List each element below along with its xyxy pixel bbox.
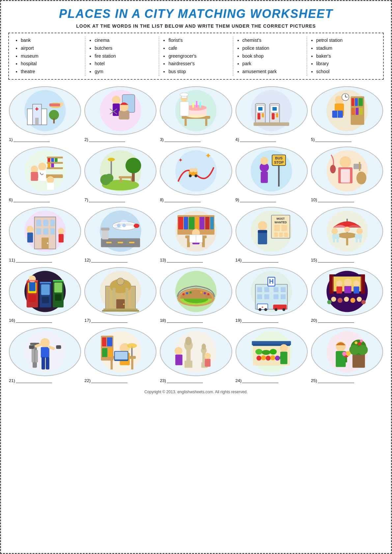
- svg-point-239: [344, 279, 352, 287]
- svg-point-298: [262, 350, 270, 355]
- svg-rect-191: [40, 282, 51, 283]
- svg-point-85: [105, 174, 113, 182]
- svg-rect-28: [180, 102, 189, 116]
- svg-rect-143: [200, 217, 205, 230]
- word-item: butchers: [95, 44, 155, 52]
- svg-rect-144: [205, 217, 210, 230]
- copyright-text: Copyright © 2013. englishwsheets.com. Al…: [8, 390, 384, 394]
- svg-point-279: [127, 343, 137, 348]
- picture-box-5: [311, 86, 383, 135]
- svg-rect-99: [278, 165, 280, 187]
- svg-rect-124: [59, 234, 64, 243]
- svg-rect-272: [102, 348, 107, 357]
- svg-point-303: [270, 355, 275, 360]
- pictures-grid: + 1): [8, 85, 384, 384]
- svg-rect-256: [35, 350, 38, 363]
- picture-label-25: 25): [311, 378, 354, 383]
- svg-rect-128: [106, 242, 112, 243]
- svg-rect-63: [47, 167, 63, 169]
- picture-box-2: [84, 86, 156, 135]
- svg-rect-226: [281, 294, 286, 299]
- svg-rect-132: [101, 228, 109, 231]
- svg-rect-115: [50, 220, 55, 226]
- svg-rect-270: [102, 338, 106, 346]
- svg-text:STOP: STOP: [274, 160, 284, 164]
- svg-rect-140: [184, 217, 188, 230]
- svg-rect-251: [360, 274, 365, 294]
- picture-box-18: [160, 267, 232, 316]
- picture-cell-9: BUS STOP 9): [235, 145, 308, 203]
- svg-point-177: [344, 227, 350, 232]
- svg-point-136: [134, 224, 139, 228]
- picture-label-4: 4): [236, 137, 276, 142]
- word-item: gym: [95, 68, 155, 76]
- svg-rect-198: [113, 288, 116, 307]
- svg-rect-117: [43, 228, 48, 235]
- picture-box-11: [9, 207, 81, 256]
- picture-box-19: H +: [236, 267, 308, 316]
- svg-rect-35: [258, 107, 263, 111]
- svg-rect-281: [184, 361, 192, 368]
- picture-label-20: 20): [311, 318, 354, 323]
- svg-rect-224: [265, 294, 269, 299]
- word-item: hotel: [95, 60, 155, 68]
- svg-rect-68: [51, 163, 54, 167]
- svg-point-299: [270, 349, 277, 354]
- word-item: bank: [21, 37, 81, 44]
- picture-label-7: 7): [84, 197, 125, 202]
- svg-point-5: [49, 110, 59, 120]
- picture-label-18: 18): [160, 318, 203, 323]
- picture-box-3: [160, 86, 232, 135]
- svg-rect-277: [115, 352, 128, 360]
- word-item: cafe: [168, 44, 229, 52]
- picture-cell-4: 4): [235, 85, 308, 143]
- svg-rect-72: [31, 172, 38, 181]
- svg-rect-161: [284, 233, 288, 237]
- word-item: school: [316, 68, 377, 76]
- svg-rect-131: [102, 230, 108, 239]
- picture-cell-25: 25): [310, 326, 384, 384]
- picture-cell-10: 10): [310, 145, 384, 203]
- word-col-4: chemist's police station book shop park …: [233, 37, 307, 76]
- svg-text:✦: ✦: [205, 151, 211, 160]
- svg-point-120: [47, 243, 48, 244]
- picture-box-21: [9, 327, 81, 376]
- svg-point-196: [117, 278, 124, 285]
- svg-point-71: [31, 166, 38, 173]
- svg-rect-46: [351, 98, 354, 106]
- picture-cell-2: 2): [84, 85, 157, 143]
- svg-rect-36: [258, 113, 261, 120]
- svg-rect-169: [332, 234, 339, 239]
- picture-box-22: [84, 327, 156, 376]
- svg-rect-102: [261, 172, 268, 183]
- svg-rect-50: [355, 108, 358, 115]
- picture-cell-22: 22): [84, 326, 157, 384]
- word-item: florist's: [168, 37, 229, 44]
- svg-rect-9: [49, 103, 60, 106]
- svg-rect-159: [274, 233, 278, 237]
- svg-point-300: [257, 356, 262, 361]
- word-col-3: florist's cafe greengrocer's hairdresser…: [159, 37, 233, 76]
- svg-rect-170: [333, 239, 335, 243]
- picture-box-24: [236, 327, 308, 376]
- svg-text:+: +: [262, 305, 264, 309]
- svg-rect-40: [272, 107, 277, 111]
- picture-cell-14: MOST WANTED 14): [235, 206, 308, 263]
- word-item: greengrocer's: [168, 52, 229, 60]
- subtitle: Look at the words in the list below and …: [8, 23, 384, 29]
- picture-label-21: 21): [9, 378, 52, 383]
- svg-rect-21: [205, 119, 207, 126]
- svg-point-291: [175, 347, 182, 355]
- svg-point-243: [331, 297, 336, 302]
- svg-point-246: [350, 298, 355, 303]
- svg-rect-106: [341, 169, 350, 183]
- svg-rect-116: [36, 228, 41, 235]
- svg-point-233: [283, 308, 286, 311]
- word-item: amusement park: [242, 68, 303, 76]
- svg-rect-6: [53, 119, 54, 124]
- svg-rect-25: [192, 103, 194, 108]
- picture-box-7: [84, 147, 156, 195]
- word-item: stadium: [316, 44, 377, 52]
- svg-rect-292: [175, 355, 182, 365]
- word-col-1: bank airport museum hospital theatre: [12, 37, 85, 76]
